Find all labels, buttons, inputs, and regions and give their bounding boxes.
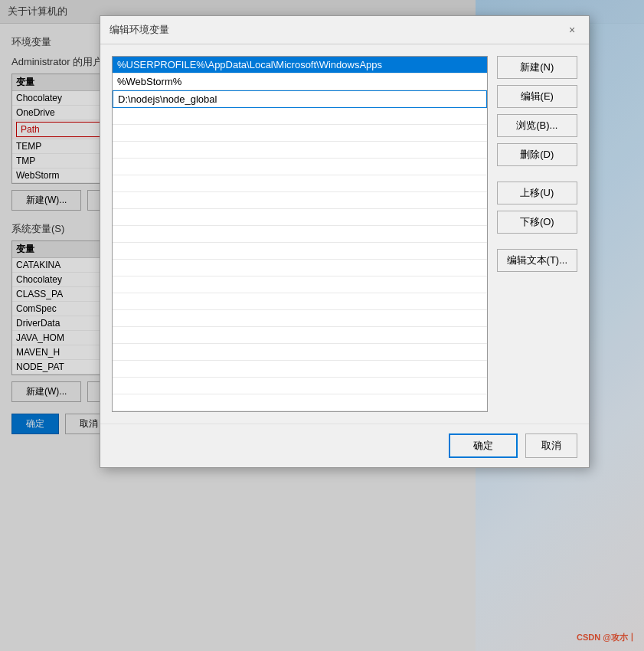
dialog-cancel-button[interactable]: 取消 (525, 433, 577, 458)
edit-button[interactable]: 编辑(E) (497, 85, 577, 108)
path-item-nodejs[interactable]: D:\nodejs\node_global (113, 90, 487, 108)
path-empty-15 (113, 344, 487, 361)
path-empty-17 (113, 378, 487, 394)
path-item-webstorm-text: %WebStorm% (117, 76, 181, 87)
path-empty-8 (113, 226, 487, 243)
dialog-title-text: 编辑环境变量 (110, 23, 169, 37)
path-empty-6 (113, 192, 487, 209)
path-empty-12 (113, 293, 487, 310)
path-empty-13 (113, 310, 487, 327)
delete-button[interactable]: 删除(D) (497, 143, 577, 166)
path-empty-9 (113, 243, 487, 260)
path-item-windowsapps-text: %USERPROFILE%\AppData\Local\Microsoft\Wi… (117, 59, 382, 70)
path-empty-4 (113, 159, 487, 175)
move-up-button[interactable]: 上移(U) (497, 182, 577, 204)
path-item-webstorm[interactable]: %WebStorm% (113, 74, 487, 90)
dialog-close-button[interactable]: × (564, 22, 580, 38)
path-item-windowsapps[interactable]: %USERPROFILE%\AppData\Local\Microsoft\Wi… (113, 57, 487, 74)
edit-env-dialog: 编辑环境变量 × %USERPROFILE%\AppData\Local\Mic… (100, 15, 590, 468)
path-empty-11 (113, 276, 487, 293)
move-down-button[interactable]: 下移(O) (497, 211, 577, 234)
path-empty-5 (113, 175, 487, 192)
path-empty-3 (113, 142, 487, 159)
edit-text-button[interactable]: 编辑文本(T)... (497, 249, 577, 272)
path-empty-16 (113, 361, 487, 378)
path-empty-1 (113, 108, 487, 125)
dialog-ok-button[interactable]: 确定 (449, 433, 518, 458)
dialog-buttons-panel: 新建(N) 编辑(E) 浏览(B)... 删除(D) 上移(U) 下移(O) 编… (497, 56, 577, 412)
path-empty-2 (113, 125, 487, 142)
path-empty-10 (113, 260, 487, 276)
dialog-footer: 确定 取消 (100, 424, 589, 467)
browse-button[interactable]: 浏览(B)... (497, 114, 577, 137)
path-empty-7 (113, 209, 487, 226)
path-empty-14 (113, 327, 487, 344)
path-item-nodejs-text: D:\nodejs\node_global (118, 93, 217, 105)
path-list-container[interactable]: %USERPROFILE%\AppData\Local\Microsoft\Wi… (112, 56, 488, 412)
dialog-body: %USERPROFILE%\AppData\Local\Microsoft\Wi… (100, 44, 589, 424)
path-empty-18 (113, 394, 487, 411)
dialog-title-bar: 编辑环境变量 × (100, 16, 589, 44)
new-button[interactable]: 新建(N) (497, 56, 577, 79)
